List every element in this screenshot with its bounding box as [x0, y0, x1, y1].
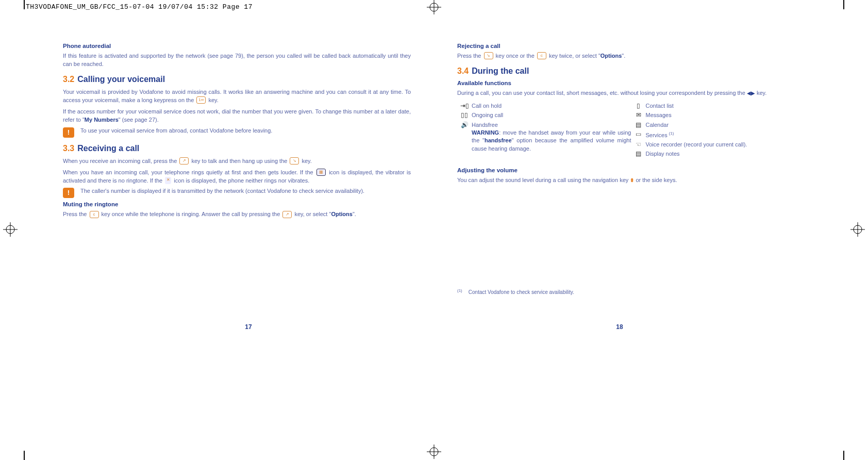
- func-display-notes: Display notes: [646, 150, 806, 158]
- end-key-icon: ↘: [290, 157, 299, 165]
- send-key-icon: ↗: [282, 211, 292, 218]
- registration-mark-right: [850, 222, 865, 238]
- functions-grid: ⇥▯Call on hold ▯▯Ongoing call 🔊 Handsfre…: [457, 101, 805, 160]
- page-18: Rejecting a call Press the ↘ key once or…: [434, 40, 805, 300]
- handsfree-icon: 🔊: [457, 121, 472, 128]
- para-autoredial: If this feature is activated and support…: [63, 52, 411, 69]
- section-title: Calling your voicemail: [77, 75, 165, 84]
- section-3-2: 3.2Calling your voicemail: [63, 75, 411, 84]
- section-3-4: 3.4During the call: [457, 67, 805, 76]
- ongoing-call-icon: ▯▯: [457, 111, 472, 119]
- heading-available-functions: Available functions: [457, 80, 805, 86]
- page-number: 18: [434, 323, 805, 331]
- func-voice-recorder: Voice recorder (record your current call…: [646, 141, 806, 149]
- crop-mark: [843, 0, 844, 9]
- para-volume: You can adjust the sound level during a …: [457, 176, 805, 185]
- notes-icon: ▤: [631, 150, 646, 157]
- section-number: 3.3: [63, 144, 74, 153]
- para-voicemail-1: Your voicemail is provided by Vodafone t…: [63, 88, 411, 105]
- voice-recorder-icon: ☜: [631, 141, 646, 148]
- func-call-on-hold: Call on hold: [472, 102, 631, 110]
- call-hold-icon: ⇥▯: [457, 102, 472, 109]
- footnote-1: (1)Contact Vodafone to check service ava…: [457, 288, 805, 297]
- func-messages: Messages: [646, 111, 806, 119]
- warning-icon: !: [63, 188, 74, 198]
- registration-mark-bottom: [427, 445, 441, 460]
- silent-icon: ✕: [165, 177, 171, 184]
- note-caller-id: ! The caller's number is displayed if it…: [63, 188, 411, 198]
- heading-muting-ringtone: Muting the ringtone: [63, 201, 411, 207]
- registration-mark-top: [427, 0, 441, 15]
- functions-col-right: ▯Contact list ✉Messages ▤Calendar ▭Servi…: [631, 101, 806, 160]
- page-17: Phone autoredial If this feature is acti…: [63, 40, 434, 300]
- section-title: During the call: [472, 67, 529, 75]
- c-key-icon: c: [537, 52, 546, 59]
- crop-mark: [843, 451, 844, 460]
- func-handsfree: Handsfree WARNING: move the handset away…: [472, 121, 631, 153]
- page-number: 17: [63, 323, 434, 331]
- para-reject: Press the ↘ key once or the c key twice,…: [457, 52, 805, 60]
- warning-icon: !: [63, 127, 74, 138]
- contact-list-icon: ▯: [631, 102, 646, 109]
- end-key-icon: ↘: [484, 52, 493, 59]
- heading-phone-autoredial: Phone autoredial: [63, 43, 411, 49]
- func-services: Services (1): [646, 130, 806, 139]
- section-number: 3.4: [457, 67, 469, 75]
- section-3-3: 3.3Receiving a call: [63, 144, 411, 153]
- section-number: 3.2: [63, 75, 74, 84]
- para-available: During a call, you can use your contact …: [457, 89, 805, 97]
- functions-col-left: ⇥▯Call on hold ▯▯Ongoing call 🔊 Handsfre…: [457, 101, 631, 160]
- calendar-icon: ▤: [631, 121, 646, 128]
- heading-adjusting-volume: Adjusting the volume: [457, 167, 805, 173]
- para-receiving-1: When you receive an incoming call, press…: [63, 157, 411, 166]
- messages-icon: ✉: [631, 111, 646, 119]
- key-1-voicemail-icon: 1∞: [196, 96, 206, 104]
- section-title: Receiving a call: [77, 144, 139, 153]
- send-key-icon: ↗: [179, 157, 189, 165]
- c-key-icon: c: [90, 211, 99, 218]
- nav-left-right-icon: ◀▶: [747, 90, 755, 97]
- crop-mark: [24, 0, 25, 9]
- func-calendar: Calendar: [646, 121, 806, 129]
- para-voicemail-2: If the access number for your voicemail …: [63, 108, 411, 124]
- para-receiving-2: When you have an incoming call, your tel…: [63, 169, 411, 185]
- heading-rejecting-call: Rejecting a call: [457, 43, 805, 49]
- func-ongoing-call: Ongoing call: [472, 111, 631, 119]
- vibrate-icon: ▦: [316, 169, 326, 176]
- crop-mark: [24, 451, 25, 460]
- services-icon: ▭: [631, 130, 646, 138]
- para-muting: Press the c key once while the telephone…: [63, 210, 411, 219]
- note-voicemail-abroad: ! To use your voicemail service from abr…: [63, 127, 411, 138]
- func-contact-list: Contact list: [646, 102, 806, 110]
- registration-mark-left: [3, 222, 18, 238]
